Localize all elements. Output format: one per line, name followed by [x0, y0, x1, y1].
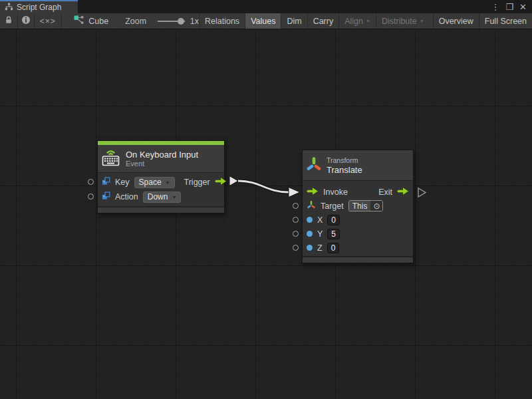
carry-button[interactable]: Carry	[307, 13, 339, 29]
invoke-input-port[interactable]	[307, 186, 319, 198]
zoom-label: Zoom	[125, 13, 146, 29]
key-label: Key	[115, 178, 130, 187]
target-label: Target	[321, 201, 344, 211]
toolbar: <×> Cube Zoom 1x Relations Values Dim Ca…	[0, 13, 532, 29]
event-node-title: On Keyboard Input	[126, 150, 198, 160]
transform-mini-icon	[307, 200, 316, 212]
graph-hierarchy-icon	[5, 3, 13, 13]
exit-output-port[interactable]	[397, 186, 409, 198]
wire-dest-arrow-icon	[289, 188, 300, 198]
action-row: Action Down▼	[98, 190, 224, 204]
trigger-output-port[interactable]	[215, 176, 227, 188]
x-input-port[interactable]	[293, 217, 299, 223]
y-input-port[interactable]	[293, 231, 299, 237]
x-row: X 0	[303, 213, 413, 227]
tab-script-graph[interactable]: Script Graph	[0, 0, 78, 13]
zoom-slider-handle[interactable]	[178, 18, 184, 25]
graph-ref-label: Cube	[88, 17, 108, 26]
y-value-input[interactable]: 5	[327, 229, 340, 239]
relations-button[interactable]: Relations	[199, 13, 245, 29]
event-node-header[interactable]: On Keyboard Input Event	[98, 145, 224, 173]
float-dot-icon	[307, 231, 313, 237]
translate-node-body: Invoke Exit	[303, 181, 413, 256]
z-input-port[interactable]	[293, 245, 299, 251]
action-dropdown[interactable]: Down▼	[143, 192, 182, 203]
dim-button[interactable]: Dim	[281, 13, 307, 29]
zoom-slider[interactable]	[158, 21, 185, 22]
trigger-label: Trigger	[184, 178, 210, 187]
zoom-value: 1x	[190, 13, 199, 29]
float-dot-icon	[307, 217, 313, 223]
values-button[interactable]: Values	[245, 13, 281, 29]
exit-label: Exit	[378, 188, 392, 197]
distribute-button[interactable]: Distribute▼	[376, 13, 430, 29]
x-label: X	[317, 215, 323, 225]
target-object-field[interactable]: This ⊙	[348, 200, 384, 211]
transform-icon	[306, 156, 322, 176]
translate-node-header[interactable]: Transform Translate	[303, 150, 413, 181]
chevron-down-icon: ▼	[172, 195, 176, 200]
keyboard-icon	[101, 147, 121, 171]
keycode-icon	[102, 191, 110, 203]
y-label: Y	[317, 229, 323, 239]
float-dot-icon	[307, 245, 313, 251]
z-label: Z	[317, 243, 323, 253]
target-input-port[interactable]	[293, 203, 299, 209]
info-icon	[21, 15, 31, 27]
graph-node-icon	[74, 15, 84, 27]
lock-button[interactable]	[0, 13, 17, 29]
tab-bar: Script Graph ⋮ ❒ ✕	[0, 0, 532, 13]
z-row: Z 0	[303, 241, 413, 255]
fullscreen-button[interactable]: Full Screen	[479, 13, 532, 29]
chevron-down-icon: ▼	[166, 180, 170, 185]
translate-node-title: Translate	[327, 165, 362, 175]
window-controls: ⋮ ❒ ✕	[491, 0, 532, 13]
invoke-row: Invoke Exit	[303, 185, 413, 199]
translate-node[interactable]: Transform Translate Invoke Exit	[302, 150, 414, 263]
code-view-button[interactable]: <×>	[35, 13, 61, 29]
wire[interactable]	[238, 181, 289, 192]
chevron-down-icon: ▼	[366, 19, 370, 23]
event-node-footer	[98, 206, 224, 213]
x-value-input[interactable]: 0	[327, 215, 340, 225]
invoke-label: Invoke	[323, 188, 348, 197]
script-graph-window: Script Graph ⋮ ❒ ✕ <×> Cu	[0, 0, 532, 399]
action-label: Action	[115, 192, 138, 201]
connection-layer	[0, 30, 532, 399]
wire-outline	[238, 181, 289, 192]
translate-node-category: Transform	[327, 156, 362, 165]
key-input-port[interactable]	[88, 179, 94, 185]
code-icon: <×>	[40, 17, 56, 26]
translate-node-footer	[303, 256, 413, 263]
graph-canvas[interactable]: On Keyboard Input Event Key Space▼ Trigg…	[0, 30, 532, 399]
event-node-body: Key Space▼ Trigger Action	[98, 173, 224, 206]
keycode-icon	[102, 176, 110, 188]
key-dropdown[interactable]: Space▼	[134, 177, 175, 188]
close-icon[interactable]: ✕	[519, 3, 527, 11]
event-node-subtitle: Event	[126, 160, 198, 168]
target-row: Target This ⊙	[303, 199, 413, 213]
toolbar-buttons: Relations Values Dim Carry Align▼ Distri…	[199, 13, 532, 29]
wire-source-arrow-icon	[229, 176, 238, 186]
z-value-input[interactable]: 0	[327, 243, 340, 253]
event-node[interactable]: On Keyboard Input Event Key Space▼ Trigg…	[97, 140, 225, 213]
action-input-port[interactable]	[88, 194, 94, 200]
overview-button[interactable]: Overview	[433, 13, 479, 29]
object-picker-icon[interactable]: ⊙	[370, 201, 382, 211]
key-row: Key Space▼ Trigger	[98, 175, 224, 190]
chevron-down-icon: ▼	[420, 19, 424, 23]
y-row: Y 5	[303, 227, 413, 241]
info-button[interactable]	[17, 13, 34, 29]
tab-title: Script Graph	[17, 3, 61, 12]
maximize-icon[interactable]: ❒	[505, 3, 513, 11]
lock-icon	[4, 15, 13, 27]
exit-flow-triangle-icon	[418, 188, 426, 197]
menu-icon[interactable]: ⋮	[491, 3, 499, 11]
graph-reference[interactable]: Cube	[74, 13, 108, 29]
align-button[interactable]: Align▼	[338, 13, 376, 29]
